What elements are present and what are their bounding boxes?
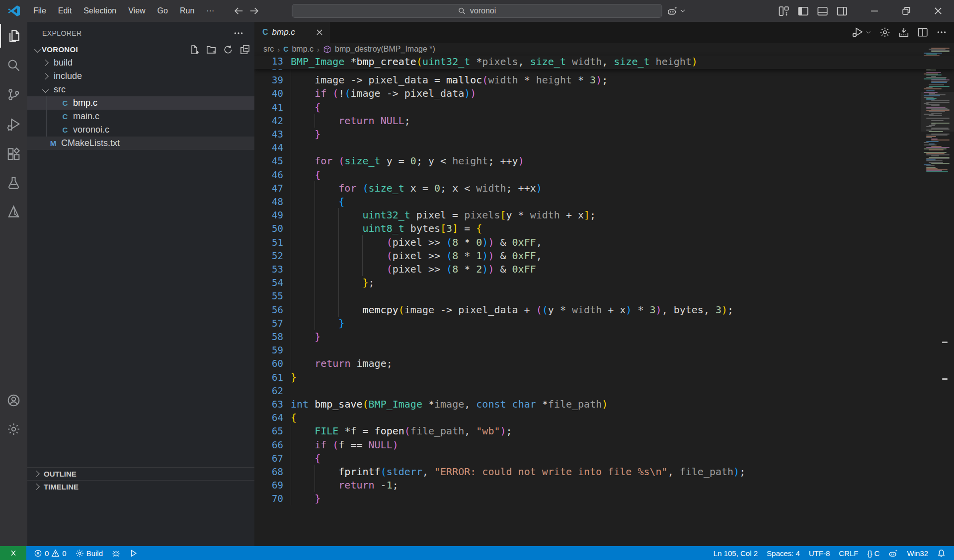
indentation-status[interactable]: Spaces: 4 — [762, 546, 804, 560]
code-line-53[interactable]: 53 (pixel >> (8 * 2)) & 0xFF — [254, 262, 954, 276]
cmake-activity-button[interactable] — [0, 200, 27, 223]
tree-item-bmp-c[interactable]: Cbmp.c — [27, 96, 254, 110]
extensions-activity-button[interactable] — [0, 142, 27, 166]
code-line-48[interactable]: 48 { — [254, 195, 954, 209]
chevron-down-icon[interactable] — [865, 29, 872, 36]
problems-status[interactable]: 0 0 — [29, 546, 71, 560]
tree-item-voronoi-c[interactable]: Cvoronoi.c — [27, 123, 254, 137]
tab-bmp-c[interactable]: C bmp.c — [254, 22, 330, 43]
tree-item-main-c[interactable]: Cmain.c — [27, 110, 254, 123]
tree-item-cmakelists-txt[interactable]: MCMakeLists.txt — [27, 137, 254, 150]
notifications-button[interactable] — [933, 546, 950, 560]
menu-view[interactable]: View — [122, 4, 151, 18]
code-line-43[interactable]: 43 } — [254, 127, 954, 141]
toggle-primary-sidebar-icon[interactable] — [797, 5, 809, 17]
code-line-67[interactable]: 67 { — [254, 451, 954, 465]
code-line-56[interactable]: 56 memcpy(image -> pixel_data + ((y * wi… — [254, 303, 954, 317]
views-more-actions-icon[interactable] — [233, 28, 244, 39]
code-line-40[interactable]: 40 if (!(image -> pixel_data)) — [254, 86, 954, 100]
run-debug-activity-button[interactable] — [0, 112, 27, 136]
code-line-44[interactable]: 44 — [254, 140, 954, 154]
code-line-63[interactable]: 63int bmp_save(BMP_Image *image, const c… — [254, 397, 954, 411]
refresh-explorer-icon[interactable] — [223, 45, 233, 55]
search-activity-button[interactable] — [0, 53, 27, 77]
install-icon[interactable] — [898, 27, 909, 38]
cmake-run-button[interactable] — [125, 546, 142, 560]
code-line-59[interactable]: 59 — [254, 343, 954, 357]
run-debug-file-icon[interactable] — [852, 27, 863, 38]
back-arrow-icon[interactable] — [233, 5, 244, 16]
toggle-panel-icon[interactable] — [817, 5, 828, 17]
code-line-49[interactable]: 49 uint32_t pixel = pixels[y * width + x… — [254, 208, 954, 222]
menu-file[interactable]: File — [27, 4, 52, 18]
forward-arrow-icon[interactable] — [249, 5, 260, 16]
split-editor-icon[interactable] — [917, 27, 928, 38]
code-line-62[interactable]: 62 — [254, 384, 954, 398]
command-center-search[interactable]: voronoi — [292, 4, 662, 18]
encoding-status[interactable]: UTF-8 — [804, 546, 835, 560]
breadcrumbs[interactable]: src › C bmp.c › bmp_destroy(BMP_Image *) — [254, 43, 954, 56]
copilot-menu[interactable] — [667, 0, 686, 22]
code-line-45[interactable]: 45 for (size_t y = 0; y < height; ++y) — [254, 154, 954, 168]
minimize-button[interactable] — [859, 0, 890, 22]
tree-item-include[interactable]: include — [27, 70, 254, 83]
code-line-66[interactable]: 66 if (f == NULL) — [254, 438, 954, 452]
close-tab-icon[interactable] — [315, 28, 324, 37]
tree-item-src[interactable]: src — [27, 83, 254, 96]
code-line-46[interactable]: 46 { — [254, 168, 954, 182]
collapse-folders-icon[interactable] — [240, 45, 250, 55]
cursor-position-status[interactable]: Ln 105, Col 2 — [709, 546, 762, 560]
code-line-57[interactable]: 57 } — [254, 316, 954, 330]
outline-section[interactable]: OUTLINE — [27, 467, 254, 480]
new-folder-icon[interactable] — [206, 45, 216, 55]
customize-layout-icon[interactable] — [778, 5, 790, 17]
breadcrumb-src[interactable]: src — [263, 45, 274, 54]
explorer-activity-button[interactable] — [0, 24, 27, 48]
timeline-section[interactable]: TIMELINE — [27, 480, 254, 493]
menu-selection[interactable]: Selection — [78, 4, 122, 18]
breadcrumb-file[interactable]: bmp.c — [292, 45, 314, 54]
cmake-debug-button[interactable] — [107, 546, 125, 560]
sticky-scroll-line[interactable]: 13BMP_Image *bmp_create(uint32_t *pixels… — [254, 56, 954, 69]
code-line-61[interactable]: 61} — [254, 370, 954, 384]
menu-run[interactable]: Run — [174, 4, 200, 18]
minimap[interactable] — [921, 43, 954, 546]
code-line-52[interactable]: 52 (pixel >> (8 * 1)) & 0xFF, — [254, 249, 954, 263]
restore-button[interactable] — [890, 0, 922, 22]
tree-item-build[interactable]: build — [27, 56, 254, 70]
code-line-64[interactable]: 64{ — [254, 411, 954, 424]
code-line-54[interactable]: 54 }; — [254, 276, 954, 289]
code-line-51[interactable]: 51 (pixel >> (8 * 0)) & 0xFF, — [254, 235, 954, 249]
code-line-58[interactable]: 58 } — [254, 330, 954, 344]
build-config-gear-icon[interactable] — [879, 27, 890, 38]
testing-activity-button[interactable] — [0, 171, 27, 195]
code-line-69[interactable]: 69 return -1; — [254, 478, 954, 492]
code-line-47[interactable]: 47 for (size_t x = 0; x < width; ++x) — [254, 181, 954, 195]
code-line-42[interactable]: 42 return NULL; — [254, 114, 954, 128]
code-line-65[interactable]: 65 FILE *f = fopen(file_path, "wb"); — [254, 424, 954, 438]
code-line-39[interactable]: 39 image -> pixel_data = malloc(width * … — [254, 73, 954, 87]
new-file-icon[interactable] — [189, 45, 199, 55]
accounts-button[interactable] — [0, 388, 27, 412]
remote-indicator[interactable] — [0, 546, 26, 560]
menu-more[interactable]: ··· — [200, 4, 220, 18]
code-line-60[interactable]: 60 return image; — [254, 356, 954, 370]
code-line-50[interactable]: 50 uint8_t bytes[3] = { — [254, 221, 954, 235]
toggle-secondary-sidebar-icon[interactable] — [836, 5, 848, 17]
code-line-68[interactable]: 68 fprintf(stderr, "ERROR: could not wri… — [254, 465, 954, 479]
more-actions-icon[interactable] — [936, 27, 947, 38]
code-line-41[interactable]: 41 { — [254, 100, 954, 114]
source-control-activity-button[interactable] — [0, 82, 27, 106]
menu-go[interactable]: Go — [152, 4, 174, 18]
cmake-build-button[interactable]: Build — [71, 546, 107, 560]
copilot-status[interactable] — [884, 546, 902, 560]
manage-button[interactable] — [0, 417, 27, 441]
menu-edit[interactable]: Edit — [52, 4, 78, 18]
code-line-70[interactable]: 70 } — [254, 491, 954, 505]
project-root-row[interactable]: VORONOI — [27, 43, 254, 56]
breadcrumb-symbol[interactable]: bmp_destroy(BMP_Image *) — [335, 45, 435, 54]
language-mode-status[interactable]: {} C — [863, 546, 884, 560]
close-button[interactable] — [922, 0, 954, 22]
platform-status[interactable]: Win32 — [902, 546, 933, 560]
code-line-55[interactable]: 55 — [254, 289, 954, 303]
